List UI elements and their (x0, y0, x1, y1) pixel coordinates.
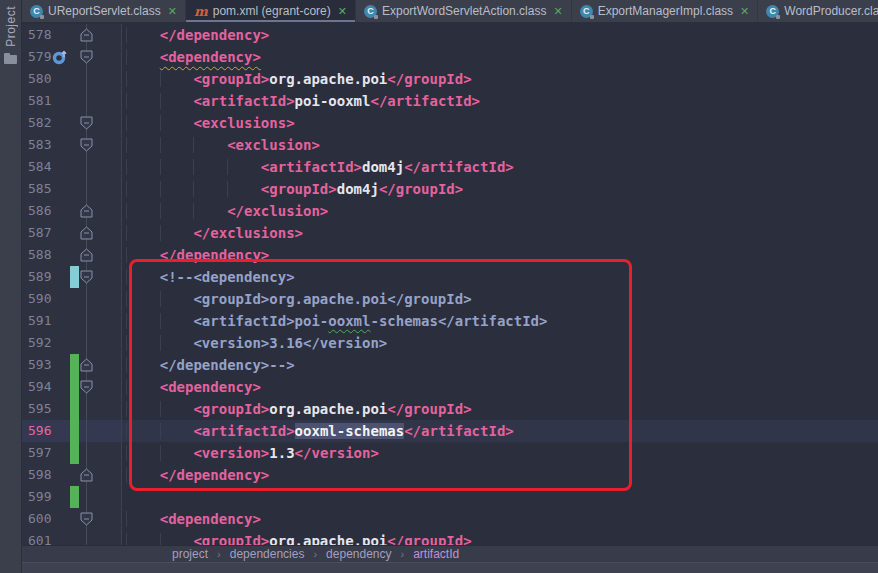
vcs-change-marker[interactable] (70, 376, 79, 398)
breadcrumb-item-dependencies[interactable]: dependencies (230, 547, 305, 561)
code-line-text[interactable]: <groupId>org.apache.poi</groupId> (122, 398, 878, 420)
code-line-text[interactable]: <artifactId>poi-ooxml-schemas</artifactI… (122, 310, 878, 332)
code-line-text[interactable]: <exclusions> (122, 112, 878, 134)
breadcrumb-separator: › (401, 548, 405, 560)
editor-tab-exportmanagerimpl-class[interactable]: CExportManagerImpl.class✕ (572, 0, 759, 22)
fold-marker-icon[interactable] (80, 204, 93, 218)
editor-gutter[interactable]: 585 (22, 178, 122, 200)
class-icon: C (30, 5, 43, 18)
editor-tab-bar: CUReportServlet.class✕mpom.xml (egrant-c… (22, 0, 878, 22)
vcs-change-marker[interactable] (70, 266, 79, 288)
vcs-change-marker[interactable] (70, 442, 79, 464)
editor-gutter[interactable]: 579 (22, 46, 122, 68)
fold-marker-icon[interactable] (80, 138, 93, 152)
breadcrumb-item-project[interactable]: project (172, 547, 208, 561)
editor-gutter[interactable]: 589 (22, 266, 122, 288)
breadcrumb-item-artifactid[interactable]: artifactId (413, 547, 459, 561)
code-line-text[interactable]: <version>1.3</version> (122, 442, 878, 464)
editor-gutter[interactable]: 598 (22, 464, 122, 486)
fold-marker-icon[interactable] (80, 512, 93, 526)
editor-tab-pom-xml-egrant-core-[interactable]: mpom.xml (egrant-core)✕ (186, 0, 356, 22)
editor-gutter[interactable]: 586 (22, 200, 122, 222)
editor-gutter[interactable]: 594 (22, 376, 122, 398)
editor-gutter[interactable]: 582 (22, 112, 122, 134)
editor-gutter[interactable]: 583 (22, 134, 122, 156)
folder-icon (4, 53, 17, 64)
fold-marker-icon[interactable] (80, 116, 93, 130)
project-tool-window-label[interactable]: Project (4, 6, 18, 47)
code-line-text[interactable]: <groupId>org.apache.poi</groupId> (122, 288, 878, 310)
editor-gutter[interactable]: 588 (22, 244, 122, 266)
code-line-text[interactable]: </dependency> (122, 244, 878, 266)
vcs-change-marker[interactable] (70, 486, 79, 508)
fold-marker-icon[interactable] (80, 468, 93, 482)
fold-marker-icon[interactable] (80, 28, 93, 42)
code-line-text[interactable]: <groupId>org.apache.poi</groupId> (122, 68, 878, 90)
code-line-text[interactable]: <dependency> (122, 376, 878, 398)
code-token: -schemas</artifactId> (370, 313, 547, 329)
code-token: <artifactId>poi- (193, 313, 328, 329)
editor-gutter[interactable]: 599 (22, 486, 122, 508)
fold-marker-icon[interactable] (80, 50, 93, 64)
code-token: <dependency> (160, 511, 261, 527)
code-line-text[interactable]: <artifactId>ooxml-schemas</artifactId> (122, 420, 878, 442)
line-number: 593 (28, 354, 51, 376)
code-line-text[interactable]: <dependency> (122, 508, 878, 530)
fold-marker-icon[interactable] (80, 248, 93, 262)
tool-window-bar[interactable]: Project (0, 0, 22, 573)
code-line-text[interactable]: <!--<dependency> (122, 266, 878, 288)
code-line-text[interactable]: <version>3.16</version> (122, 332, 878, 354)
editor-tab-wordproducer-class[interactable]: CWordProducer.class (758, 0, 878, 22)
fold-marker-icon[interactable] (80, 226, 93, 240)
editor-gutter[interactable]: 591 (22, 310, 122, 332)
editor-gutter[interactable]: 581 (22, 90, 122, 112)
maven-plugin-icon[interactable] (52, 49, 68, 65)
editor-tab-exportwordservletaction-class[interactable]: CExportWordServletAction.class✕ (356, 0, 572, 22)
code-line: 583 <exclusion> (22, 134, 878, 156)
code-line-text[interactable]: <dependency> (122, 46, 878, 68)
code-line: 578 </dependency> (22, 24, 878, 46)
editor-tab-ureportservlet-class[interactable]: CUReportServlet.class✕ (22, 0, 186, 22)
fold-marker-icon[interactable] (80, 358, 93, 372)
code-line-text[interactable]: </dependency> (122, 24, 878, 46)
code-line-text[interactable]: </exclusion> (122, 200, 878, 222)
code-line: 601 <groupId>org.apache.poi</groupId> (22, 530, 878, 545)
code-line-text[interactable]: <exclusion> (122, 134, 878, 156)
editor-gutter[interactable]: 597 (22, 442, 122, 464)
code-editor[interactable]: 578 </dependency>579 <dependency>580 <gr… (22, 22, 878, 545)
editor-gutter[interactable]: 584 (22, 156, 122, 178)
code-line-text[interactable] (122, 486, 878, 508)
fold-marker-icon[interactable] (80, 380, 93, 394)
code-line-text[interactable]: <artifactId>poi-ooxml</artifactId> (122, 90, 878, 112)
editor-gutter[interactable]: 580 (22, 68, 122, 90)
editor-gutter[interactable]: 592 (22, 332, 122, 354)
class-icon: C (580, 5, 593, 18)
vcs-change-marker[interactable] (70, 354, 79, 376)
code-line-text[interactable]: <artifactId>dom4j</artifactId> (122, 156, 878, 178)
vcs-change-marker[interactable] (70, 420, 79, 442)
code-line-text[interactable]: </dependency> (122, 464, 878, 486)
code-line-text[interactable]: <groupId>dom4j</groupId> (122, 178, 878, 200)
editor-gutter[interactable]: 587 (22, 222, 122, 244)
editor-gutter[interactable]: 595 (22, 398, 122, 420)
indent-guides (126, 71, 193, 87)
editor-gutter[interactable]: 578 (22, 24, 122, 46)
editor-gutter[interactable]: 600 (22, 508, 122, 530)
tab-close-icon[interactable]: ✕ (338, 6, 347, 17)
breadcrumb-item-dependency[interactable]: dependency (326, 547, 391, 561)
tab-close-icon[interactable]: ✕ (168, 6, 177, 17)
tab-close-icon[interactable]: ✕ (740, 6, 749, 17)
code-line-text[interactable]: </dependency>--> (122, 354, 878, 376)
code-line-text[interactable]: <groupId>org.apache.poi</groupId> (122, 530, 878, 545)
tab-close-icon[interactable]: ✕ (553, 6, 562, 17)
code-token: </exclusions> (193, 225, 303, 241)
editor-gutter[interactable]: 596 (22, 420, 122, 442)
editor-gutter[interactable]: 593 (22, 354, 122, 376)
code-line: 587 </exclusions> (22, 222, 878, 244)
editor-gutter[interactable]: 590 (22, 288, 122, 310)
code-token: <dependency> (160, 49, 261, 65)
fold-marker-icon[interactable] (80, 270, 93, 284)
code-line-text[interactable]: </exclusions> (122, 222, 878, 244)
vcs-change-marker[interactable] (70, 398, 79, 420)
editor-gutter[interactable]: 601 (22, 530, 122, 545)
